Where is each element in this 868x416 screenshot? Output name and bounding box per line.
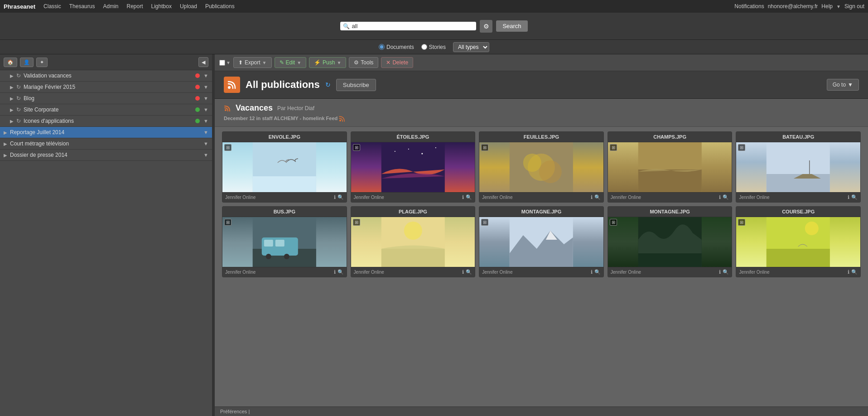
user-email-link[interactable]: nhonore@alchemy.fr	[768, 3, 818, 10]
svg-rect-31	[638, 253, 702, 267]
select-dropdown-icon[interactable]: ▼	[226, 60, 231, 65]
content-area: ▼ ⬆ Export ▼ ✎ Edit ▼ ⚡ Push ▼ ⚙ Tools	[215, 54, 868, 416]
documents-radio-label[interactable]: Documents	[379, 44, 414, 50]
search-bar: 🔍 ⚙ Search	[0, 13, 868, 40]
nav-admin[interactable]: Admin	[99, 1, 122, 11]
image-owner: Jennifer Online	[354, 270, 461, 275]
svg-point-34	[805, 222, 819, 235]
info-icon[interactable]: ℹ	[462, 194, 464, 200]
image-owner: Jennifer Online	[482, 195, 589, 200]
image-card[interactable]: MONTAGNE.JPG ⊞ Jennifer Online ℹ 🔍	[479, 206, 604, 277]
sidebar-item-icones[interactable]: ▶ ↻ Icones d'applications ▼	[0, 116, 212, 127]
nav-thesaurus[interactable]: Thesaurus	[66, 1, 99, 11]
select-all-checkbox[interactable]	[219, 60, 225, 66]
image-owner: Jennifer Online	[482, 270, 589, 275]
stories-radio-label[interactable]: Stories	[421, 44, 446, 50]
image-card[interactable]: PLAGE.JPG ⊞ Jennifer Online ℹ 🔍	[351, 206, 476, 277]
info-icon[interactable]: ℹ	[848, 269, 849, 275]
type-select[interactable]: All types	[453, 42, 489, 52]
zoom-icon[interactable]: 🔍	[338, 269, 344, 275]
zoom-icon[interactable]: 🔍	[723, 269, 729, 275]
image-card[interactable]: BUS.JPG ⊞ Jennifer Online ℹ 🔍	[222, 206, 347, 277]
rss-feed-icon	[339, 116, 345, 122]
info-icon[interactable]: ℹ	[848, 194, 849, 200]
image-card[interactable]: ENVOLE.JPG ⊞ Jennifer Online ℹ 🔍	[222, 131, 347, 203]
sidebar-home-btn[interactable]: 🏠	[4, 58, 17, 67]
image-card[interactable]: FEUILLES.JPG ⊞ Jennifer Online ℹ 🔍	[479, 131, 604, 203]
sidebar-item-court-metrage[interactable]: ▶ Court métrage télévision ▼	[0, 138, 212, 150]
svg-rect-5	[381, 142, 444, 192]
push-button[interactable]: ⚡ Push ▼	[309, 57, 346, 68]
sync-icon: ↻	[16, 106, 21, 113]
search-input[interactable]	[352, 23, 473, 29]
info-icon[interactable]: ℹ	[591, 269, 593, 275]
sync-icon: ↻	[16, 118, 21, 124]
export-icon: ⬆	[238, 59, 243, 66]
search-icon: 🔍	[343, 23, 350, 29]
sidebar-item-reportage[interactable]: ▶ Reportage Juillet 2014 ▼	[0, 127, 212, 138]
info-icon[interactable]: ℹ	[719, 269, 721, 275]
info-icon[interactable]: ℹ	[591, 194, 593, 200]
image-owner: Jennifer Online	[739, 195, 846, 200]
signout-link[interactable]: Sign out	[844, 3, 864, 10]
sidebar-item-site-corporate[interactable]: ▶ ↻ Site Corporate ▼	[0, 104, 212, 116]
image-card[interactable]: CHAMPS.JPG ⊞ Jennifer Online ℹ 🔍	[608, 131, 733, 203]
image-card-title: BUS.JPG	[222, 207, 347, 217]
svg-point-1	[225, 109, 227, 111]
edit-button[interactable]: ✎ Edit ▼	[275, 57, 307, 68]
image-card[interactable]: MONTAGNE.JPG ⊞ Jennifer Online ℹ 🔍	[608, 206, 733, 277]
image-owner: Jennifer Online	[611, 195, 718, 200]
sidebar-item-blog[interactable]: ▶ ↻ Blog ▼	[0, 93, 212, 104]
info-icon[interactable]: ℹ	[462, 269, 464, 275]
sidebar-user-btn[interactable]: 👤	[20, 58, 34, 67]
zoom-icon[interactable]: 🔍	[338, 194, 344, 200]
nav-classic[interactable]: Classic	[40, 1, 65, 11]
svg-rect-33	[767, 249, 830, 267]
info-icon[interactable]: ℹ	[719, 194, 721, 200]
zoom-icon[interactable]: 🔍	[851, 194, 858, 200]
subscribe-button[interactable]: Subscribe	[336, 79, 376, 91]
zoom-icon[interactable]: 🔍	[594, 269, 601, 275]
documents-radio[interactable]	[379, 44, 385, 50]
zoom-icon[interactable]: 🔍	[594, 194, 601, 200]
sidebar-item-mariage[interactable]: ▶ ↻ Mariage Février 2015 ▼	[0, 82, 212, 93]
sidebar-collapse-button[interactable]: ◀	[198, 57, 208, 67]
help-dropdown-icon[interactable]: ▼	[836, 4, 841, 9]
expand-icon: ▶	[10, 107, 14, 112]
search-settings-button[interactable]: ⚙	[480, 20, 492, 33]
publication-header: All publications ↻ Subscribe Go to ▼	[215, 71, 868, 99]
brand-logo: Phraseanet	[4, 3, 35, 10]
delete-button[interactable]: ✕ Delete	[381, 57, 413, 68]
expand-icon: ▶	[4, 141, 8, 146]
zoom-icon[interactable]: 🔍	[466, 194, 472, 200]
search-button[interactable]: Search	[496, 20, 527, 32]
info-icon[interactable]: ℹ	[334, 269, 336, 275]
image-card[interactable]: COURSE.JPG ⊞ Jennifer Online ℹ 🔍	[736, 206, 861, 277]
info-icon[interactable]: ℹ	[334, 194, 336, 200]
export-button[interactable]: ⬆ Export ▼	[233, 57, 272, 68]
refresh-icon[interactable]: ↻	[325, 81, 331, 88]
preferences-link[interactable]: Préférences	[220, 409, 247, 414]
image-card[interactable]: ÉTOILES.JPG ⊞ Jennifer Online ℹ 🔍	[351, 131, 476, 203]
image-actions: ℹ 🔍	[719, 194, 729, 200]
zoom-icon[interactable]: 🔍	[466, 269, 472, 275]
sidebar-tools-btn[interactable]: ✦	[36, 58, 48, 67]
top-navigation: Phraseanet Classic Thesaurus Admin Repor…	[0, 0, 868, 13]
stories-radio[interactable]	[421, 44, 427, 50]
nav-report[interactable]: Report	[123, 1, 146, 11]
zoom-icon[interactable]: 🔍	[723, 194, 729, 200]
nav-upload[interactable]: Upload	[176, 1, 201, 11]
svg-point-9	[435, 147, 436, 148]
notifications-link[interactable]: Notifications	[734, 3, 764, 10]
image-card-footer: Jennifer Online ℹ 🔍	[222, 192, 347, 202]
tools-button[interactable]: ⚙ Tools	[349, 57, 378, 68]
goto-button[interactable]: Go to ▼	[827, 79, 859, 91]
sidebar-item-label: Reportage Juillet 2014	[10, 129, 202, 135]
zoom-icon[interactable]: 🔍	[851, 269, 858, 275]
sidebar-item-dossier-presse[interactable]: ▶ Dossier de presse 2014 ▼	[0, 150, 212, 161]
help-link[interactable]: Help	[821, 3, 833, 10]
image-card[interactable]: BATEAU.JPG ⊞ Jennifer Online ℹ 🔍	[736, 131, 861, 203]
sidebar-item-validation-vacances[interactable]: ▶ ↻ Validation vacances ▼	[0, 70, 212, 82]
nav-publications[interactable]: Publications	[202, 1, 238, 11]
nav-lightbox[interactable]: Lightbox	[148, 1, 175, 11]
